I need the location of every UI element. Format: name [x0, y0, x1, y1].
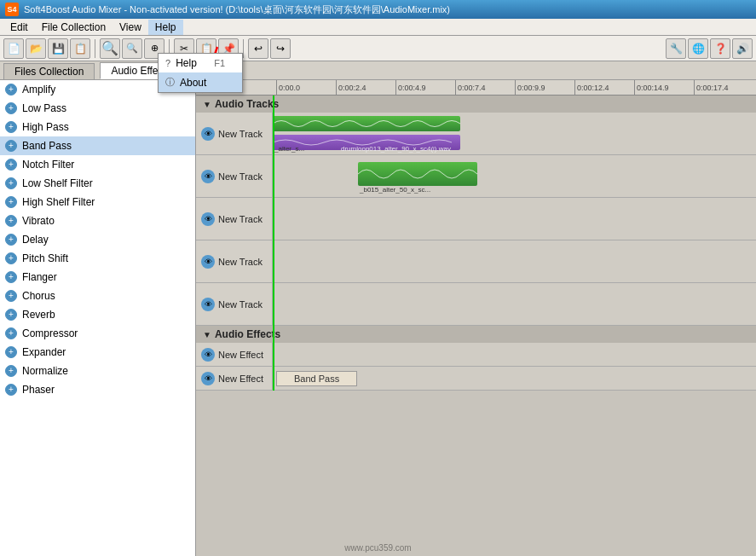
effect-phaser[interactable]: Phaser — [0, 380, 195, 399]
track-content-3[interactable] — [273, 198, 756, 240]
band-pass-block[interactable]: Band Pass — [276, 371, 357, 386]
effect-row-2: New Effect Band Pass — [196, 367, 756, 391]
effect-add-icon — [5, 384, 17, 396]
track-row-4: New Track — [196, 240, 756, 283]
effect-add-icon — [5, 196, 17, 208]
redo-button[interactable]: ↪ — [270, 38, 291, 59]
track-content-4[interactable] — [273, 240, 756, 282]
ruler-3: 0:00:7.4 — [455, 80, 515, 96]
zoom-out-timeline[interactable]: 🔍 — [122, 38, 142, 59]
effect-row-1: New Effect — [196, 343, 756, 367]
audio-effects-collapse-icon[interactable]: ▼ — [203, 330, 211, 339]
audio-effects-label: Audio Effects — [215, 328, 280, 340]
clip-filename-3: _b015_alter_50_x_sc... — [360, 186, 430, 194]
menu-help-help[interactable]: ? Help F1 — [159, 54, 242, 72]
effect-add-icon — [5, 215, 17, 227]
track-eye-1[interactable] — [201, 127, 215, 141]
audio-tracks-label: Audio Tracks — [215, 98, 279, 110]
effect-pitch-shift[interactable]: Pitch Shift — [0, 249, 195, 268]
audio-clip-2[interactable] — [358, 162, 477, 186]
track-name-5: New Track — [218, 299, 263, 310]
toolbar-sep1 — [95, 39, 95, 58]
track-row-1: New Track — [196, 113, 756, 155]
menu-help[interactable]: Help — [148, 20, 183, 35]
ruler-5: 0:00:12.4 — [574, 80, 634, 96]
effect-normalize[interactable]: Normalize — [0, 362, 195, 380]
ruler-marks: 0:00.0 0:00:2.4 0:00:4.9 0:00:7.4 0:00:9… — [276, 80, 753, 96]
ruler-0: 0:00.0 — [276, 80, 336, 96]
effect-low-pass[interactable]: Low Pass — [0, 99, 195, 118]
effect-row-content-1[interactable] — [273, 343, 756, 366]
track-label-4: New Track — [196, 240, 273, 282]
info-button[interactable]: 🌐 — [688, 38, 708, 59]
track-label-3: New Track — [196, 198, 273, 240]
effect-chorus[interactable]: Chorus — [0, 287, 195, 305]
effect-eye-1[interactable] — [201, 348, 215, 362]
tabs-panel: Files Collection Audio Effects — [0, 61, 756, 80]
menu-view[interactable]: View — [113, 20, 148, 35]
effect-compressor[interactable]: Compressor — [0, 324, 195, 343]
effect-vibrato[interactable]: Vibrato — [0, 211, 195, 230]
track-name-3: New Track — [218, 214, 263, 224]
help-button[interactable]: ❓ — [710, 38, 730, 59]
zoom-in-timeline[interactable]: 🔍 — [100, 38, 120, 59]
effect-add-icon — [5, 159, 17, 171]
open-button[interactable]: 📂 — [26, 38, 46, 59]
track-name-4: New Track — [218, 257, 263, 267]
ruler-4: 0:00:9.9 — [515, 80, 574, 96]
effect-reverb[interactable]: Reverb — [0, 305, 195, 324]
effect-row-name-1: New Effect — [218, 350, 263, 360]
save-as-button[interactable]: 📋 — [70, 38, 90, 59]
track-eye-2[interactable] — [201, 170, 215, 183]
audio-tracks-collapse-icon[interactable]: ▼ — [203, 100, 211, 109]
effect-high-pass[interactable]: High Pass — [0, 118, 195, 136]
effect-band-pass[interactable]: Band Pass — [0, 136, 195, 155]
undo-button[interactable]: ↩ — [248, 38, 268, 59]
toolbar-sep3 — [243, 39, 244, 58]
tracks-container: ▼ Audio Tracks New Track — [196, 96, 756, 391]
clip-filename-1: _alter_s... — [274, 145, 304, 153]
effect-eye-2[interactable] — [201, 372, 215, 385]
app-icon: S4 — [5, 3, 19, 16]
track-label-5: New Track — [196, 283, 273, 325]
track-eye-4[interactable] — [201, 255, 215, 269]
save-button[interactable]: 💾 — [48, 38, 68, 59]
track-name-2: New Track — [218, 171, 263, 182]
audio-button[interactable]: 🔊 — [732, 38, 753, 59]
help-icon: ? — [165, 58, 170, 68]
title-text: Soft4Boost Audio Mixer - Non-activated v… — [24, 3, 450, 16]
ruler-1: 0:00:2.4 — [336, 80, 395, 96]
ruler-6: 0:00:14.9 — [634, 80, 694, 96]
effect-row-label-2: New Effect — [196, 367, 273, 390]
effect-add-icon — [5, 271, 17, 283]
tools-button[interactable]: 🔧 — [666, 38, 686, 59]
menu-file-collection[interactable]: File Collection — [35, 20, 113, 35]
track-eye-5[interactable] — [201, 298, 215, 311]
track-content-5[interactable] — [273, 283, 756, 325]
ruler-7: 0:00:17.4 — [694, 80, 753, 96]
new-button[interactable]: 📄 — [3, 38, 24, 59]
tab-files-collection[interactable]: Files Collection — [3, 63, 95, 79]
track-eye-3[interactable] — [201, 212, 215, 226]
effect-delay[interactable]: Delay — [0, 230, 195, 249]
effect-high-shelf[interactable]: High Shelf Filter — [0, 193, 195, 211]
track-row-5: New Track — [196, 283, 756, 326]
effect-flanger[interactable]: Flanger — [0, 268, 195, 287]
about-icon: ⓘ — [165, 76, 175, 89]
track-content-2[interactable]: _b015_alter_50_x_sc... — [273, 155, 756, 197]
track-content-1[interactable]: _alter_s... drumloop013_alter_90_x_sc4(i… — [273, 113, 756, 154]
effect-notch-filter[interactable]: Notch Filter — [0, 155, 195, 174]
menu-edit[interactable]: Edit — [3, 20, 35, 35]
audio-clip-1a[interactable] — [273, 116, 460, 131]
audio-tracks-header: ▼ Audio Tracks — [196, 96, 756, 113]
main-layout: Amplify Low Pass High Pass Band Pass Not… — [0, 80, 756, 556]
effect-low-shelf[interactable]: Low Shelf Filter — [0, 174, 195, 193]
menu-help-about[interactable]: ⓘ About — [159, 72, 242, 92]
effect-row-content-2[interactable]: Band Pass — [273, 367, 756, 390]
effect-expander[interactable]: Expander — [0, 343, 195, 362]
tracks-area[interactable]: ▼ Audio Tracks New Track — [196, 96, 756, 556]
effect-add-icon — [5, 365, 17, 377]
toolbar: 📄 📂 💾 📋 🔍 🔍 ⊕ ✂ 📋 📌 ↩ ↪ 🔧 🌐 ❓ 🔊 — [0, 36, 756, 61]
effect-add-icon — [5, 290, 17, 302]
track-label-1: New Track — [196, 113, 273, 154]
